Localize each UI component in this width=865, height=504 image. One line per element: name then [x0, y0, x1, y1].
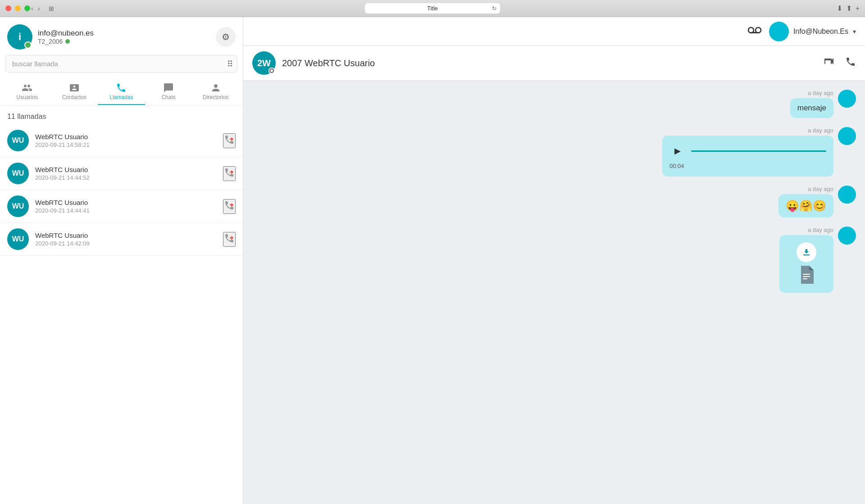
settings-button[interactable]: ⚙	[216, 27, 236, 47]
more-button[interactable]: +	[856, 4, 860, 13]
svg-rect-6	[803, 278, 807, 279]
call-time: 2020-09-21 14:42:09	[35, 240, 217, 247]
window-controls[interactable]	[5, 5, 30, 11]
online-dot-icon	[65, 39, 70, 44]
user-info: i info@nubeon.es T2_2006	[7, 24, 94, 50]
user-dropdown[interactable]: Info@Nubeon.Es ▾	[769, 22, 856, 41]
call-name: WebRTC Usuario	[35, 232, 217, 239]
message-meta: a day ago	[808, 127, 833, 134]
dialpad-button[interactable]: ⠿	[227, 59, 233, 69]
download-button[interactable]: ⬇	[837, 4, 842, 13]
message-bubble: mensaje	[790, 98, 833, 118]
chat-panel: Info@Nubeon.Es ▾ 2W 2007 WebRTC Usuario	[243, 17, 865, 504]
search-input[interactable]	[5, 55, 237, 73]
message-meta: a day ago	[808, 227, 833, 233]
back-button[interactable]: ‹	[29, 4, 35, 13]
call-avatar: WU	[7, 163, 29, 184]
file-download-button[interactable]	[797, 242, 816, 262]
audio-call-button[interactable]	[845, 56, 856, 70]
sidebar-header: i info@nubeon.es T2_2006 ⚙	[0, 17, 243, 55]
call-back-button[interactable]	[223, 232, 236, 247]
tab-directorios[interactable]: Directorios	[192, 78, 239, 105]
message-row: a day ago ▶ 00:04	[662, 127, 856, 177]
tab-directorios-label: Directorios	[203, 94, 228, 100]
call-item: WU WebRTC Usuario 2020-09-21 14:44:41	[0, 190, 243, 223]
call-name: WebRTC Usuario	[35, 199, 217, 206]
tab-usuarios[interactable]: Usuarios	[4, 78, 51, 105]
call-info: WebRTC Usuario 2020-09-21 14:58:21	[35, 133, 217, 148]
tab-usuarios-label: Usuarios	[17, 94, 38, 100]
file-message-bubble	[779, 235, 833, 293]
main-container: i info@nubeon.es T2_2006 ⚙ ⠿	[0, 17, 865, 504]
missed-call-icon	[224, 200, 235, 211]
emoji-message-bubble: 😛🤗😊	[778, 194, 833, 218]
chat-header: 2W 2007 WebRTC Usuario	[243, 46, 865, 81]
audio-progress-bar[interactable]	[691, 150, 826, 152]
call-back-button[interactable]	[223, 133, 236, 148]
voicemail-icon	[747, 25, 762, 38]
call-item: WU WebRTC Usuario 2020-09-21 14:44:52	[0, 157, 243, 190]
message-meta: a day ago	[808, 90, 833, 96]
call-list-header: 11 llamadas	[0, 105, 243, 124]
chat-contact-name: 2007 WebRTC Usuario	[282, 58, 824, 68]
calls-icon	[116, 82, 127, 92]
chat-contact-avatar: 2W	[252, 51, 276, 75]
call-avatar: WU	[7, 228, 29, 250]
call-time: 2020-09-21 14:58:21	[35, 141, 217, 148]
sender-avatar	[838, 227, 856, 245]
online-status-indicator	[24, 41, 32, 49]
tab-llamadas[interactable]: Llamadas	[98, 78, 145, 105]
sender-avatar	[838, 127, 856, 145]
titlebar: ‹ › ⊞ Title ↻ ⬇ ⬆ +	[0, 0, 865, 17]
avatar-initials: i	[18, 31, 21, 43]
tab-chats-label: Chats	[161, 94, 175, 100]
video-call-button[interactable]	[824, 56, 836, 70]
call-back-button[interactable]	[223, 166, 236, 181]
user-name-top: Info@Nubeon.Es	[793, 27, 848, 36]
contact-initials: 2W	[257, 58, 271, 68]
nav-tabs: Usuarios Contactos Llamadas Chats	[0, 78, 243, 105]
missed-call-icon	[224, 167, 235, 178]
emoji-text: 😛🤗😊	[786, 200, 826, 212]
message-text: mensaje	[797, 104, 826, 112]
call-time: 2020-09-21 14:44:52	[35, 174, 217, 181]
call-info: WebRTC Usuario 2020-09-21 14:44:52	[35, 166, 217, 181]
tab-contactos-label: Contactos	[62, 94, 86, 100]
tab-llamadas-label: Llamadas	[109, 94, 133, 100]
message-time: a day ago	[808, 90, 833, 96]
play-button[interactable]: ▶	[669, 143, 686, 159]
message-meta: a day ago	[808, 186, 833, 192]
call-time: 2020-09-21 14:44:41	[35, 207, 217, 214]
call-avatar: WU	[7, 195, 29, 217]
url-bar[interactable]: Title ↻	[365, 3, 500, 14]
audio-message-bubble: ▶ 00:04	[662, 136, 833, 177]
topbar: Info@Nubeon.Es ▾	[243, 17, 865, 46]
titlebar-right-controls[interactable]: ⬇ ⬆ +	[837, 4, 860, 13]
chat-actions	[824, 56, 856, 70]
call-name: WebRTC Usuario	[35, 166, 217, 173]
directories-icon	[210, 82, 221, 92]
call-info: WebRTC Usuario 2020-09-21 14:44:41	[35, 199, 217, 214]
sender-avatar	[838, 186, 856, 204]
tab-contactos[interactable]: Contactos	[51, 78, 98, 105]
minimize-button[interactable]	[15, 5, 21, 11]
svg-rect-2	[751, 32, 758, 33]
sidebar: i info@nubeon.es T2_2006 ⚙ ⠿	[0, 17, 243, 504]
close-button[interactable]	[5, 5, 11, 11]
user-id: T2_2006	[38, 38, 94, 45]
audio-controls: ▶	[669, 143, 826, 159]
message-row: a day ago	[779, 227, 856, 293]
message-group: a day ago	[252, 227, 856, 293]
svg-rect-4	[803, 274, 810, 275]
tab-chats[interactable]: Chats	[145, 78, 192, 105]
page-title: Title	[427, 5, 438, 12]
chats-icon	[163, 82, 174, 92]
reload-button[interactable]: ↻	[492, 5, 496, 12]
nav-buttons[interactable]: ‹ ›	[29, 4, 41, 13]
forward-button[interactable]: ›	[36, 4, 42, 13]
message-group: a day ago mensaje	[252, 90, 856, 118]
share-button[interactable]: ⬆	[846, 4, 852, 13]
window-layout-button[interactable]: ⊞	[49, 5, 54, 12]
message-row: a day ago 😛🤗😊	[778, 186, 856, 218]
call-back-button[interactable]	[223, 199, 236, 214]
